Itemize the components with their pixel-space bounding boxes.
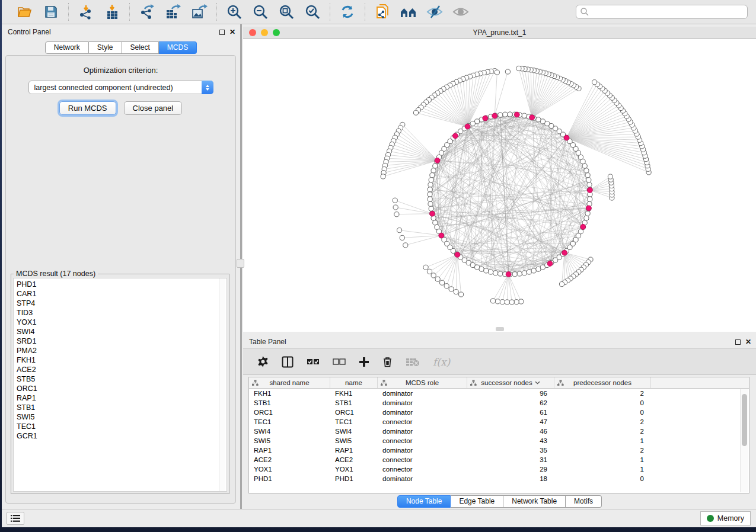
column-settings-gear-icon[interactable] bbox=[257, 356, 269, 367]
column-header-predecessor-nodes[interactable]: predecessor nodes bbox=[554, 377, 651, 388]
table-cell[interactable]: 0 bbox=[554, 474, 651, 483]
mcds-result-item[interactable]: STP4 bbox=[17, 299, 227, 308]
table-cell[interactable]: 46 bbox=[467, 427, 554, 436]
table-cell[interactable]: 96 bbox=[467, 389, 554, 398]
mcds-result-item[interactable]: CAR1 bbox=[17, 289, 227, 299]
table-cell[interactable]: 47 bbox=[467, 417, 554, 427]
mcds-result-item[interactable]: SRD1 bbox=[17, 336, 227, 346]
table-cell[interactable]: dominator bbox=[378, 389, 467, 398]
select-all-rows-icon[interactable] bbox=[307, 358, 320, 366]
column-header-shared-name[interactable]: shared name bbox=[249, 377, 330, 388]
mcds-result-item[interactable]: TEC1 bbox=[17, 422, 227, 431]
column-header-name[interactable]: name bbox=[330, 377, 378, 388]
table-row[interactable]: FKH1FKH1dominator962 bbox=[249, 389, 749, 398]
table-cell[interactable]: ACE2 bbox=[330, 455, 378, 464]
table-cell[interactable]: YOX1 bbox=[330, 464, 378, 474]
table-cell[interactable]: STB1 bbox=[330, 398, 378, 408]
table-tab-network-table[interactable]: Network Table bbox=[503, 495, 566, 508]
open-file-icon[interactable] bbox=[16, 4, 34, 20]
table-row[interactable]: SWI5SWI5connector431 bbox=[249, 436, 749, 446]
table-cell[interactable]: connector bbox=[378, 455, 467, 464]
table-cell[interactable]: TEC1 bbox=[249, 417, 330, 427]
table-row[interactable]: RAP1RAP1dominator352 bbox=[249, 446, 749, 455]
zoom-in-icon[interactable] bbox=[225, 4, 243, 20]
table-cell[interactable]: 2 bbox=[554, 427, 651, 436]
import-table-icon[interactable] bbox=[103, 4, 121, 20]
table-cell[interactable]: dominator bbox=[378, 427, 467, 436]
zoom-fit-icon[interactable] bbox=[277, 4, 295, 20]
table-cell[interactable]: FKH1 bbox=[249, 389, 330, 398]
table-cell[interactable]: RAP1 bbox=[249, 446, 330, 455]
mcds-result-item[interactable]: YOX1 bbox=[17, 318, 227, 327]
criterion-dropdown[interactable]: largest connected component (undirected) bbox=[28, 81, 213, 94]
table-cell[interactable]: SWI5 bbox=[249, 436, 330, 446]
table-cell[interactable]: 1 bbox=[554, 464, 651, 474]
result-list-scrollbar[interactable] bbox=[219, 278, 225, 491]
table-cell[interactable]: YOX1 bbox=[249, 464, 330, 474]
export-table-icon[interactable] bbox=[164, 4, 182, 20]
mcds-result-item[interactable]: SWI4 bbox=[17, 327, 227, 336]
table-cell[interactable]: RAP1 bbox=[330, 446, 378, 455]
table-cell[interactable]: 35 bbox=[467, 446, 554, 455]
toggle-column-pane-icon[interactable] bbox=[282, 356, 294, 368]
horizontal-splitter-grip[interactable] bbox=[496, 327, 504, 331]
float-table-panel-icon[interactable] bbox=[735, 339, 741, 345]
table-row[interactable]: ORC1ORC1dominator610 bbox=[249, 408, 749, 417]
table-cell[interactable]: 0 bbox=[554, 398, 651, 408]
column-header-successor-nodes[interactable]: successor nodes bbox=[467, 377, 554, 388]
table-cell[interactable]: FKH1 bbox=[330, 389, 378, 398]
deselect-all-rows-icon[interactable] bbox=[333, 358, 346, 366]
search-field[interactable] bbox=[576, 5, 748, 19]
create-column-icon[interactable] bbox=[359, 357, 369, 367]
delete-column-trash-icon[interactable] bbox=[382, 356, 393, 367]
tab-style[interactable]: Style bbox=[89, 41, 122, 54]
table-cell[interactable]: PHD1 bbox=[249, 474, 330, 483]
apply-layout-icon[interactable] bbox=[339, 4, 356, 20]
panel-splitter-grip[interactable] bbox=[237, 259, 244, 268]
mcds-result-item[interactable]: PMA2 bbox=[17, 346, 227, 355]
first-neighbors-icon[interactable] bbox=[400, 4, 417, 20]
table-cell[interactable]: SWI5 bbox=[330, 436, 378, 446]
clone-network-icon[interactable] bbox=[374, 4, 391, 20]
table-tab-edge-table[interactable]: Edge Table bbox=[451, 495, 503, 508]
table-cell[interactable]: 31 bbox=[467, 455, 554, 464]
table-scrollbar[interactable] bbox=[740, 389, 748, 492]
mcds-result-item[interactable]: RAP1 bbox=[17, 393, 227, 403]
table-cell[interactable]: 1 bbox=[554, 436, 651, 446]
mcds-result-item[interactable]: ACE2 bbox=[17, 365, 227, 374]
tab-select[interactable]: Select bbox=[122, 41, 159, 54]
save-session-icon[interactable] bbox=[42, 4, 60, 20]
table-tab-node-table[interactable]: Node Table bbox=[397, 495, 451, 508]
network-canvas[interactable] bbox=[243, 39, 756, 332]
table-cell[interactable]: STB1 bbox=[249, 398, 330, 408]
zoom-out-icon[interactable] bbox=[251, 4, 269, 20]
network-graph[interactable] bbox=[243, 39, 756, 332]
table-cell[interactable]: ORC1 bbox=[330, 408, 378, 417]
table-row[interactable]: PHD1PHD1dominator180 bbox=[249, 474, 749, 483]
close-panel-button[interactable]: Close panel bbox=[124, 101, 183, 115]
table-cell[interactable]: dominator bbox=[378, 474, 467, 483]
table-cell[interactable]: 2 bbox=[554, 417, 651, 427]
table-tab-motifs[interactable]: Motifs bbox=[566, 495, 602, 508]
export-network-icon[interactable] bbox=[138, 4, 156, 20]
table-cell[interactable]: PHD1 bbox=[330, 474, 378, 483]
table-row[interactable]: SWI4SWI4dominator462 bbox=[249, 427, 749, 436]
table-cell[interactable]: ORC1 bbox=[249, 408, 330, 417]
table-cell[interactable]: 0 bbox=[554, 408, 651, 417]
table-cell[interactable]: dominator bbox=[378, 408, 467, 417]
network-window-titlebar[interactable]: YPA_prune.txt_1 bbox=[243, 27, 756, 39]
run-mcds-button[interactable]: Run MCDS bbox=[59, 101, 116, 115]
mcds-result-item[interactable]: STB1 bbox=[17, 403, 227, 412]
column-header-MCDS-role[interactable]: MCDS role bbox=[378, 377, 467, 388]
table-cell[interactable]: 2 bbox=[554, 446, 651, 455]
table-cell[interactable]: 29 bbox=[467, 464, 554, 474]
table-cell[interactable]: connector bbox=[378, 436, 467, 446]
mcds-result-item[interactable]: STB5 bbox=[17, 374, 227, 384]
close-table-panel-icon[interactable]: ✕ bbox=[745, 338, 751, 345]
table-cell[interactable]: connector bbox=[378, 464, 467, 474]
table-cell[interactable]: ACE2 bbox=[249, 455, 330, 464]
table-cell[interactable]: 62 bbox=[467, 398, 554, 408]
close-panel-icon[interactable]: ✕ bbox=[229, 28, 235, 36]
mcds-result-item[interactable]: ORC1 bbox=[17, 384, 227, 393]
mcds-result-item[interactable]: FKH1 bbox=[17, 355, 227, 365]
